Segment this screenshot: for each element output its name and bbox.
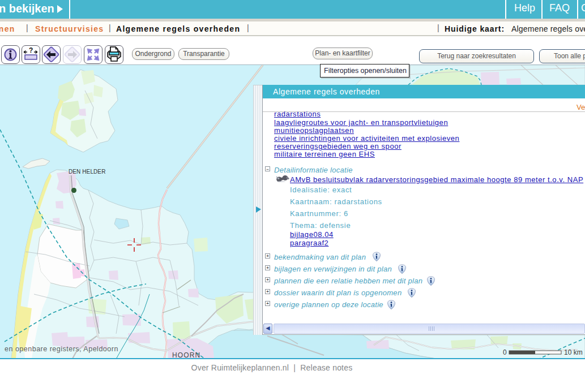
- svg-text:en openbare registers, Apeldoo: en openbare registers, Apeldoorn: [5, 345, 118, 353]
- svg-text:10 km: 10 km: [564, 348, 583, 356]
- svg-text:?: ?: [29, 46, 33, 54]
- svg-text:0: 0: [503, 348, 507, 356]
- svg-text:DEN HELDER: DEN HELDER: [69, 169, 105, 175]
